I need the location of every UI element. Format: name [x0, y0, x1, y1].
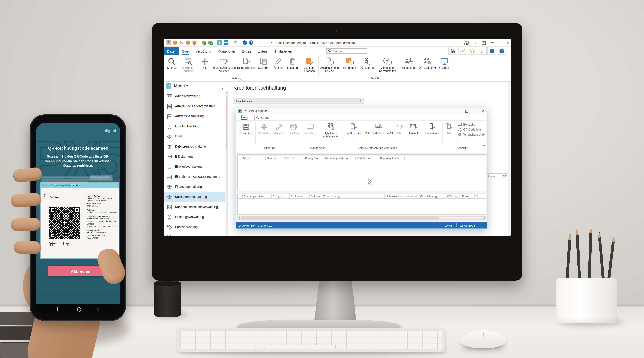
- col-st[interactable]: St: [475, 194, 483, 198]
- scroll-thumb[interactable]: [241, 217, 439, 219]
- sidebar-item-edokument[interactable]: E-Dokument: [164, 152, 226, 162]
- resize-grip[interactable]: [480, 224, 484, 226]
- proffix-colour-dots-icon[interactable]: [464, 41, 470, 45]
- sidebar-item-finanzbuchhaltung[interactable]: Finanzbuchhaltung: [164, 182, 226, 192]
- qat-dropdown-caret-icon[interactable]: ▾: [271, 41, 272, 44]
- alle-button[interactable]: Alle: [443, 122, 455, 135]
- qr-code-info-toggle[interactable]: QR-Code Info: [458, 128, 491, 132]
- dialog-pin-icon[interactable]: [465, 109, 468, 113]
- db-excel-export-icon[interactable]: [208, 40, 212, 45]
- help-icon[interactable]: ?: [242, 40, 247, 45]
- kopieren-button[interactable]: Kopieren: [256, 56, 272, 70]
- drucken-button[interactable]: Drucken: [286, 122, 302, 135]
- col-strasse[interactable]: Strasse: [266, 156, 282, 160]
- col-rechnungsdatum[interactable]: Rechnungsdat...: [324, 156, 356, 160]
- wizard-icon[interactable]: [458, 47, 467, 55]
- col-verfalldatum[interactable]: Verfalldatum: [356, 156, 379, 160]
- zahlung-erfassen-button[interactable]: Zahlung erfassen: [301, 56, 318, 73]
- dialog-search[interactable]: [254, 115, 295, 120]
- maximize-button[interactable]: [499, 41, 501, 44]
- qr-code-info-button[interactable]: QR-Code Info: [418, 56, 436, 70]
- user-export-icon[interactable]: [179, 40, 184, 45]
- in-ergebnis-suchen-button[interactable]: In Ergebnis suchen: [179, 56, 198, 73]
- db-add-icon[interactable]: [186, 40, 190, 45]
- beleg-einlesen-button[interactable]: Beleg einlesen: [237, 56, 256, 70]
- sidebar-item-crm[interactable]: CRM: [164, 131, 226, 141]
- markieren-button[interactable]: Markieren: [256, 122, 272, 135]
- col-waehrung[interactable]: Währung: [446, 194, 461, 198]
- col-buchungsdatum[interactable]: Buchungsdatum: [243, 194, 272, 198]
- col-habenkonto-bez[interactable]: Habenkonto (Bezeichnung): [404, 194, 446, 198]
- kontierung-button[interactable]: Kontierung: [359, 56, 377, 70]
- nav-forward-icon[interactable]: →: [265, 40, 270, 45]
- back-icon[interactable]: [97, 308, 100, 311]
- program-info-icon[interactable]: i: [487, 47, 496, 55]
- sidebar-collapse-icon[interactable]: [222, 85, 224, 91]
- sidebar-item-provisionsverwaltung[interactable]: Provisionsverwaltung: [164, 232, 226, 236]
- program-help-icon[interactable]: ?: [497, 47, 506, 55]
- menu-hilfstabellen[interactable]: Hilfstabellen: [270, 47, 295, 55]
- sidebar-item-einkaufsverwaltung[interactable]: Einkaufsverwaltung: [164, 162, 226, 172]
- suchfelder-panel-header[interactable]: Suchfelder: [234, 98, 364, 104]
- statistics-icon[interactable]: [448, 47, 458, 55]
- menu-datei[interactable]: Datei: [164, 47, 179, 55]
- dialog-gear-icon[interactable]: [244, 109, 248, 113]
- teamviewer-icon[interactable]: [224, 40, 228, 45]
- proffix-logo-icon[interactable]: P: [166, 40, 171, 45]
- col-buchungsfehler[interactable]: Buchungsfehler: [379, 156, 405, 160]
- sidebar-item-auftragsbearbeitung[interactable]: Auftragsbearbeitung: [164, 111, 226, 121]
- dialog-aendern-button[interactable]: Ändern: [272, 122, 286, 135]
- sidebar-scrollbar[interactable]: [225, 91, 228, 235]
- col-sollkonto-bez[interactable]: Sollkonto (Bezeichnung): [310, 194, 385, 198]
- recents-icon[interactable]: [57, 307, 61, 311]
- dialog-close-button[interactable]: ✕: [482, 109, 484, 113]
- speichern-button[interactable]: Speichern: [237, 122, 255, 135]
- belegstatus-button[interactable]: Belegstatus: [400, 56, 418, 70]
- info-icon[interactable]: i: [249, 40, 254, 45]
- neu-button[interactable]: Neu: [199, 56, 211, 70]
- pdf-grafik-zugferd-button[interactable]: PDF/Grafik/ZUGFeRD: [364, 122, 394, 135]
- einzahlungsschein-einlesen-button[interactable]: Einzahlungsschein einlesen: [211, 56, 237, 73]
- row-selector-column[interactable]: [238, 156, 242, 160]
- col-sollkonto[interactable]: Sollkonto: [290, 194, 310, 198]
- menu-verguetung[interactable]: Vergütung: [192, 47, 215, 55]
- menu-kontenplan[interactable]: Kontenplan: [214, 47, 238, 55]
- outlook-button[interactable]: Outlook: [406, 122, 422, 135]
- qr-code-konfiguration-button[interactable]: QR-Code Konfiguration: [320, 122, 342, 138]
- booking-table[interactable]: Buchungsdatum Beleg-Nr. Sollkonto Sollko…: [237, 194, 486, 215]
- minimize-button[interactable]: [491, 43, 494, 43]
- dms-button[interactable]: DMS: [394, 122, 406, 135]
- vorschau-button[interactable]: Vorschau: [302, 122, 319, 135]
- sidebar-item-kundeninstallationsverwaltung[interactable]: Kundeninstallationsverwaltung: [164, 202, 226, 212]
- dialog-maximize-button[interactable]: [474, 110, 476, 112]
- main-search[interactable]: [326, 48, 368, 54]
- vendor-table[interactable]: Name Strasse PLZ Ort Betrag FW Rechnungs…: [237, 154, 486, 191]
- feedback-bubble-icon[interactable]: [478, 47, 486, 55]
- ribbon-collapse-icon[interactable]: [483, 142, 485, 148]
- settings-gear-icon[interactable]: [233, 40, 238, 45]
- col-beleg-nr[interactable]: Beleg-Nr.: [272, 194, 290, 198]
- scanner-app-button[interactable]: Scanner-App: [422, 122, 442, 135]
- col-habenkonto[interactable]: Habenkonto: [385, 194, 404, 198]
- col-plz[interactable]: PLZ: [282, 156, 290, 160]
- scroll-left-icon[interactable]: [238, 217, 241, 219]
- db-delete-icon[interactable]: [192, 40, 197, 45]
- sidebar-item-preisverwaltung[interactable]: Preisverwaltung: [164, 222, 226, 232]
- col-name[interactable]: Name: [242, 156, 266, 160]
- sidebar-item-artikel-lager[interactable]: Artikel- und Lagerverwaltung: [164, 101, 226, 111]
- sidebar-scroll-thumb[interactable]: [226, 96, 227, 150]
- sidebar-item-leistungsverwaltung[interactable]: Leistungsverwaltung: [164, 212, 226, 222]
- nav-back-icon[interactable]: ←: [258, 40, 263, 45]
- verbuchungsinfo-toggle[interactable]: Verbuchungsinfo: [458, 133, 491, 137]
- pin-window-icon[interactable]: [482, 41, 486, 45]
- ausgeglichene-belege-button[interactable]: Ausgeglichene Belege: [319, 56, 340, 73]
- collapse-panel-icon[interactable]: [359, 100, 361, 102]
- close-button[interactable]: ✕: [506, 41, 509, 45]
- sidebar-item-lohnbuchhaltung[interactable]: Lohnbuchhaltung: [164, 121, 226, 131]
- favorites-star-icon[interactable]: [468, 47, 477, 55]
- aendern-button[interactable]: Ändern: [272, 56, 285, 70]
- menu-start[interactable]: Start: [179, 47, 192, 55]
- scroll-right-icon[interactable]: [482, 217, 486, 219]
- col-betrag-fw[interactable]: Betrag FW: [304, 156, 324, 160]
- menu-listen[interactable]: Listen: [254, 47, 270, 55]
